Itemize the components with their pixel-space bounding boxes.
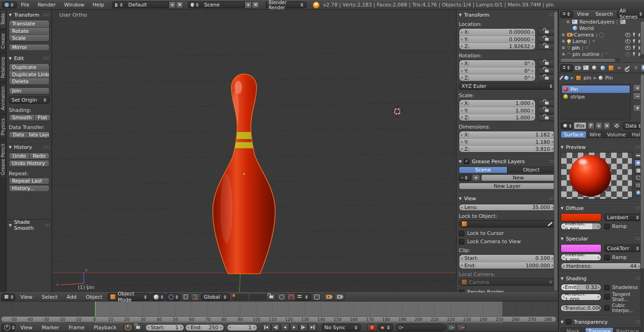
gp-new-button[interactable]: New <box>481 174 556 181</box>
render-engine-dropdown[interactable]: Blender Render <box>266 1 306 8</box>
transparency-mask-button[interactable]: Mask <box>561 327 586 332</box>
lens-field[interactable]: Lens:35.000 <box>459 204 556 211</box>
material-name-field[interactable]: Pin <box>574 122 587 129</box>
editor-type-selector[interactable] <box>2 1 17 8</box>
undo-history-button[interactable]: Undo History <box>9 160 50 167</box>
lock-to-cursor-checkbox[interactable] <box>459 231 464 236</box>
material-type-surface[interactable]: Surface <box>561 131 587 138</box>
redo-button[interactable]: Redo <box>30 153 50 160</box>
gp-source-scene-button[interactable]: Scene <box>459 166 507 173</box>
panel-header-shading[interactable]: ▼ Shading <box>561 275 642 282</box>
jump-to-start-button[interactable] <box>262 323 271 332</box>
gp-draw-mode-dropdown[interactable] <box>459 174 471 181</box>
outliner-menu-search[interactable]: Search <box>593 11 616 17</box>
unlink-material-button[interactable]: ✕ <box>603 122 610 129</box>
cubic-row[interactable]: Cubic Interpo... <box>604 303 642 313</box>
clip-end-field[interactable]: End:1000.000 <box>459 262 555 269</box>
jump-to-end-button[interactable] <box>308 323 317 332</box>
auto-keyframe-toggle[interactable] <box>367 324 377 331</box>
lock-to-object-field[interactable] <box>459 220 556 227</box>
vp-menu-select[interactable]: Select <box>38 294 62 300</box>
diffuse-ramp-checkbox[interactable] <box>604 224 610 229</box>
outliner-row-pin-outline[interactable]: ⊕ ◠ pin outline |◠ <box>559 51 644 57</box>
diffuse-ramp-row[interactable]: Ramp <box>604 223 642 229</box>
rotation-z-field[interactable]: Z:0° <box>459 74 535 81</box>
expand-icon[interactable]: ⊕ <box>562 45 565 50</box>
lock-scale-y-button[interactable] <box>538 107 556 114</box>
lock-to-cursor-row[interactable]: Lock to Cursor <box>459 230 556 236</box>
outliner-row-camera[interactable]: ⊕ Camera | <box>559 31 644 38</box>
rotation-mode-dropdown[interactable]: XYZ Euler <box>459 83 556 90</box>
shade-flat-button[interactable]: Flat <box>35 114 50 121</box>
expand-icon[interactable]: ⊕ <box>562 39 565 43</box>
specular-shader-dropdown[interactable]: CookTorr <box>604 245 642 252</box>
jump-prev-keyframe-button[interactable] <box>271 323 280 332</box>
tangent-checkbox[interactable] <box>604 294 610 300</box>
repeat-last-button[interactable]: Repeat Last <box>9 178 50 184</box>
scene-name[interactable]: Scene <box>202 1 244 8</box>
scale-y-field[interactable]: Y:1.000 <box>459 107 535 114</box>
material-slot-pin[interactable]: Pin <box>562 86 630 93</box>
lock-rotation-z-button[interactable] <box>538 74 556 81</box>
lock-camera-checkbox[interactable] <box>459 239 464 245</box>
outliner-menu-view[interactable]: View <box>574 11 592 17</box>
dimension-z-field[interactable]: Z:3.810 <box>459 145 555 152</box>
diffuse-color-swatch[interactable] <box>561 213 601 221</box>
data-transfer-layout-button[interactable]: Data Layo <box>28 131 50 138</box>
layers-widget[interactable] <box>232 294 266 300</box>
viewport-editor-selector[interactable] <box>1 293 15 301</box>
visibility-toggle[interactable] <box>625 46 631 50</box>
shelf-tab-animation[interactable]: Animation <box>0 83 6 114</box>
selectability-toggle[interactable] <box>633 39 636 43</box>
screen-layout-icon-dropdown[interactable] <box>112 1 126 8</box>
scale-button[interactable]: Scale <box>9 34 49 41</box>
snap-toggle[interactable] <box>287 293 295 301</box>
diffuse-intensity-slider[interactable]: Intensit: 0.800 <box>561 223 601 230</box>
shelf-tab-grease-pencil[interactable]: Grease Pencil <box>0 140 6 179</box>
transparency-raytrace-button[interactable]: Raytrace <box>613 327 642 332</box>
join-button[interactable]: Join <box>9 87 50 94</box>
properties-editor-selector[interactable] <box>560 64 573 72</box>
viewport-3d[interactable]: x z y User Ortho (1) pin <box>52 10 456 292</box>
opengl-render-anim-button[interactable] <box>334 293 344 301</box>
shadeless-row[interactable]: Shadeless <box>604 284 642 290</box>
shelf-tab-tools[interactable]: Tools <box>0 10 6 29</box>
sync-mode-dropdown[interactable]: No Sync <box>322 324 361 331</box>
outliner-vscrollbar[interactable] <box>640 20 644 59</box>
clear-camera-icon[interactable]: ✕ <box>549 279 553 285</box>
transparency-checkbox[interactable] <box>566 319 571 325</box>
gp-new-layer-button[interactable]: New Layer <box>459 183 556 190</box>
panel-header-edit[interactable]: ▼ Edit <box>9 55 50 61</box>
lock-camera-row[interactable]: Lock Camera to View <box>459 239 556 245</box>
eyedropper-icon[interactable] <box>548 221 553 226</box>
bowling-pin-object[interactable] <box>210 74 279 274</box>
scene-lock-toggle[interactable] <box>267 293 276 301</box>
breadcrumb-material[interactable]: Pin <box>605 75 613 81</box>
tl-menu-marker[interactable]: Marker <box>38 325 63 331</box>
lock-scale-z-button[interactable] <box>538 114 556 121</box>
outliner-editor-selector[interactable] <box>560 11 573 18</box>
panel-grip[interactable] <box>43 56 50 60</box>
rotation-y-field[interactable]: Y:0° <box>459 67 535 74</box>
shelf-tab-physics[interactable]: Physics <box>0 115 6 139</box>
keyframe-type-dropdown[interactable]: ◆ <box>378 324 393 331</box>
panel-header-specular[interactable]: ▼ Specular <box>561 235 642 242</box>
add-scene-button[interactable]: + <box>244 1 252 8</box>
use-preview-range-toggle[interactable] <box>124 324 133 331</box>
insert-keyframe-button[interactable] <box>447 324 456 331</box>
frame-start-field[interactable]: Start:1 <box>145 324 184 331</box>
expand-icon[interactable]: ⊕ <box>566 19 570 24</box>
emit-slider[interactable]: Emit:0.32 <box>561 284 601 291</box>
panel-grip[interactable] <box>43 13 50 17</box>
frame-end-field[interactable]: End:250 <box>185 324 224 331</box>
menu-file[interactable]: File <box>17 2 33 8</box>
delete-button[interactable]: Delete <box>9 78 49 85</box>
npanel-scrollbar[interactable] <box>554 11 557 290</box>
play-reverse-button[interactable] <box>281 323 289 332</box>
screen-layout-name[interactable]: Default <box>126 1 169 8</box>
close-scene-button[interactable]: ✕ <box>252 1 259 8</box>
local-camera-field[interactable]: Camera ✕ <box>459 278 556 286</box>
tl-menu-playback[interactable]: Playback <box>89 325 120 331</box>
specular-intensity-slider[interactable]: Intensit: 1.000 <box>561 254 601 261</box>
location-x-field[interactable]: X:0.00000 <box>459 29 535 36</box>
